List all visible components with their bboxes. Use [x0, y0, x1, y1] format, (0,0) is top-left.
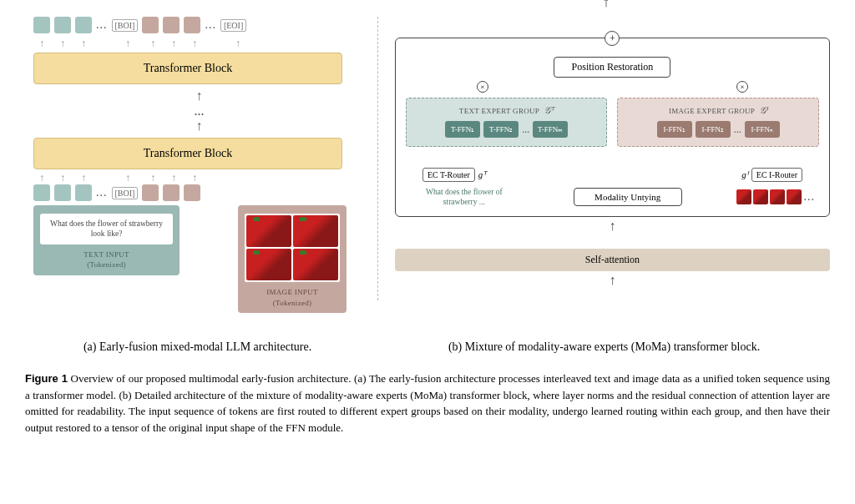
i-router: EC I-Router: [751, 168, 802, 182]
image-token: [142, 184, 159, 201]
panel-a: ... [BOI] ... [EOI] ↑↑↑ ↑ ↑↑↑ ↑ Transfor…: [25, 17, 373, 334]
subcaptions-row: (a) Early-fusion mixed-modal LLM archite…: [25, 340, 830, 354]
strawberry-image: [245, 214, 340, 282]
t-ffn-2: T-FFN₂: [483, 121, 519, 138]
text-token: [54, 17, 71, 33]
panel-b: ↑ + Position Restoration × × TEXT EXPERT…: [382, 17, 830, 334]
figure-container: ... [BOI] ... [EOI] ↑↑↑ ↑ ↑↑↑ ↑ Transfor…: [25, 17, 830, 334]
image-token: [163, 184, 180, 201]
text-expert-group: TEXT EXPERT GROUP 𝒢ᵀ T-FFN₁ T-FFN₂ ... T…: [406, 98, 608, 147]
residual-add-icon: +: [605, 31, 620, 46]
t-router: EC T-Router: [422, 168, 475, 182]
text-input-box: What does the flower of strawberry look …: [33, 205, 180, 275]
teg-title: TEXT EXPERT GROUP 𝒢ᵀ: [412, 105, 602, 116]
t-ffn-m: T-FFNₘ: [533, 121, 568, 138]
image-token: [184, 17, 200, 33]
output-arrow: ↑: [602, 0, 610, 11]
input-tokens-row: ... [BOI]: [33, 184, 373, 201]
dots: ...: [205, 18, 216, 32]
text-token: [75, 17, 92, 33]
boi-token: [BOI]: [112, 19, 139, 32]
output-tokens-row: ... [BOI] ... [EOI]: [33, 17, 373, 33]
multiply-icon-right: ×: [736, 81, 748, 93]
dots: ...: [734, 123, 741, 136]
dots: ...: [96, 18, 108, 32]
modality-untying-box: Modality Untying: [574, 188, 682, 206]
arrows-row-bottom: ↑↑↑ ↑ ↑↑↑: [33, 172, 373, 184]
ieg-title: IMAGE EXPERT GROUP 𝒢ᴵ: [623, 105, 813, 116]
image-token: [163, 17, 180, 33]
dots: ...: [96, 186, 108, 199]
i-ffn-n: I-FFNₙ: [745, 121, 780, 138]
self-attention-box: Self-attention: [395, 249, 830, 271]
figure-caption-text: Overview of our proposed multimodal earl…: [25, 372, 830, 434]
image-input-box: IMAGE INPUT(Tokenized): [238, 205, 347, 313]
t-ffn-1: T-FFN₁: [445, 121, 480, 138]
moma-block-outer: + Position Restoration × × TEXT EXPERT G…: [395, 38, 830, 217]
sample-stream-row: What does the flower of strawberry ... M…: [406, 187, 819, 208]
image-input-label: IMAGE INPUT(Tokenized): [245, 287, 340, 308]
image-expert-group: IMAGE EXPERT GROUP 𝒢ᴵ I-FFN₁ I-FFN₂ ... …: [617, 98, 819, 147]
arrow-up-icon: ↑: [395, 219, 830, 234]
router-row: EC T-Router gᵀ gᴵ EC I-Router: [406, 168, 819, 182]
transformer-block-bottom: Transformer Block: [33, 138, 342, 169]
multiply-icon-left: ×: [477, 81, 488, 93]
expert-groups-row: TEXT EXPERT GROUP 𝒢ᵀ T-FFN₁ T-FFN₂ ... T…: [406, 98, 819, 147]
transformer-block-top: Transformer Block: [33, 53, 342, 84]
stack-dots: ↑...↑: [25, 88, 373, 134]
text-token: [33, 184, 50, 201]
image-token: [142, 17, 159, 33]
caption-a: (a) Early-fusion mixed-modal LLM archite…: [25, 340, 370, 354]
figure-caption: Figure 1 Overview of our proposed multim…: [25, 370, 830, 436]
text-token: [75, 184, 92, 201]
eoi-token: [EOI]: [220, 19, 246, 32]
i-ffn-2: I-FFN₂: [696, 121, 731, 138]
image-token: [184, 184, 200, 201]
i-ffn-1: I-FFN₁: [657, 121, 692, 138]
text-input-prompt: What does the flower of strawberry look …: [40, 214, 173, 244]
sample-images: ...: [736, 189, 815, 204]
boi-token: [BOI]: [112, 187, 139, 199]
figure-label: Figure 1: [25, 372, 68, 385]
arrows-row: ↑↑↑ ↑ ↑↑↑ ↑: [33, 38, 373, 50]
caption-b: (b) Mixture of modality-aware experts (M…: [378, 340, 830, 354]
text-token: [33, 17, 50, 33]
text-input-label: TEXT INPUT(Tokenized): [40, 249, 173, 270]
panel-divider: [377, 17, 378, 300]
gT-notation: gᵀ: [478, 169, 487, 180]
gI-notation: gᴵ: [741, 169, 748, 180]
input-arrow: ↑: [395, 273, 830, 288]
position-restoration-box: Position Restoration: [554, 57, 670, 78]
dots: ...: [522, 123, 529, 136]
text-token: [54, 184, 71, 201]
sample-text: What does the flower of strawberry ...: [410, 187, 519, 208]
